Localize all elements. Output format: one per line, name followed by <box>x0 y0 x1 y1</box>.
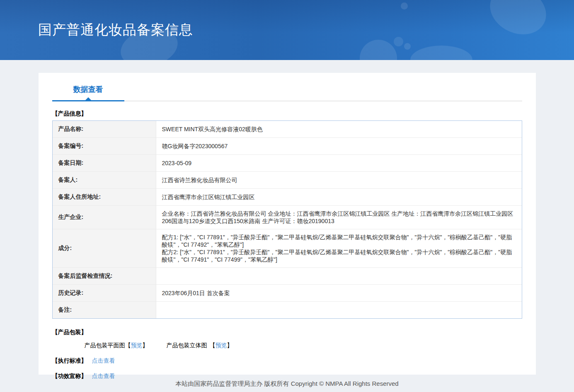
table-row-record-number: 备案编号: 赣G妆网备字2023000567 <box>53 138 522 155</box>
row-label: 生产企业: <box>53 206 156 229</box>
decorative-circle <box>360 40 397 60</box>
row-value: 2023-05-09 <box>156 155 522 171</box>
row-label: 备注: <box>53 302 156 318</box>
row-label: 产品名称: <box>53 121 156 137</box>
page-body: 数据查看 【产品信息】 产品名称: SWEET MINT双头高光修容液02暖肤色… <box>0 60 574 375</box>
table-row-product-name: 产品名称: SWEET MINT双头高光修容液02暖肤色 <box>53 121 522 138</box>
standard-section-title: 【执行标准】 <box>52 357 87 364</box>
row-value: SWEET MINT双头高光修容液02暖肤色 <box>156 121 522 137</box>
packaging-flat-item: 产品包装平面图【预览】 <box>85 342 148 349</box>
page-header-banner: 国产普通化妆品备案信息 <box>0 0 574 60</box>
table-row-manufacturer: 生产企业: 企业名称：江西省诗兰雅化妆品有限公司 企业地址：江西省鹰潭市余江区锦… <box>53 206 522 229</box>
row-value: 赣G妆网备字2023000567 <box>156 138 522 154</box>
table-row-ingredients: 成分: 配方1: ["水"，"CI 77891"，"异壬酸异壬酯"，"聚二甲基硅… <box>53 229 522 268</box>
row-label: 成分: <box>53 229 156 267</box>
decorative-dot <box>394 37 403 46</box>
decorative-blob <box>410 46 472 60</box>
row-label: 备案日期: <box>53 155 156 171</box>
packaging-section-title: 【产品包装】 <box>52 329 522 336</box>
packaging-flat-preview-link[interactable]: 预览 <box>131 342 143 349</box>
row-label: 备案编号: <box>53 138 156 154</box>
packaging-3d-label: 产品包装立体图 <box>166 342 207 349</box>
decorative-shape <box>482 0 554 43</box>
bracket-open: 【 <box>209 342 215 349</box>
row-value: 企业名称：江西省诗兰雅化妆品有限公司 企业地址：江西省鹰潭市余江区锦江镇工业园区… <box>156 206 522 229</box>
view-efficacy-link[interactable]: 点击查看 <box>92 373 115 379</box>
row-label: 备案人住所地址: <box>53 189 156 205</box>
product-info-section-title: 【产品信息】 <box>52 110 522 118</box>
decorative-dot <box>404 43 411 50</box>
tab-active-caret-icon <box>85 97 91 100</box>
row-value <box>156 302 522 318</box>
table-row-registrant-address: 备案人住所地址: 江西省鹰潭市余江区锦江镇工业园区 <box>53 189 522 206</box>
table-row-registrant: 备案人: 江西省诗兰雅化妆品有限公司 <box>53 172 522 189</box>
tab-data-view-label: 数据查看 <box>73 85 103 94</box>
tab-data-view[interactable]: 数据查看 <box>52 84 124 101</box>
table-row-history: 历史记录: 2023年06月01日 首次备案 <box>53 285 522 302</box>
table-row-supervision: 备案后监督检查情况: <box>53 268 522 285</box>
bracket-close: 】 <box>227 342 233 349</box>
page-title: 国产普通化妆品备案信息 <box>38 21 193 39</box>
view-standard-link[interactable]: 点击查看 <box>92 357 115 364</box>
product-info-table: 产品名称: SWEET MINT双头高光修容液02暖肤色 备案编号: 赣G妆网备… <box>52 120 522 319</box>
decorative-dot <box>401 2 408 10</box>
tab-bar: 数据查看 <box>52 73 522 101</box>
record-card: 数据查看 【产品信息】 产品名称: SWEET MINT双头高光修容液02暖肤色… <box>39 73 536 375</box>
efficacy-section-title: 【功效宣称】 <box>52 373 87 379</box>
table-row-remarks: 备注: <box>53 302 522 318</box>
row-value: 江西省鹰潭市余江区锦江镇工业园区 <box>156 189 522 205</box>
row-value: 2023年06月01日 首次备案 <box>156 285 522 301</box>
row-label: 备案后监督检查情况: <box>53 268 156 284</box>
table-row-record-date: 备案日期: 2023-05-09 <box>53 155 522 172</box>
row-value: 江西省诗兰雅化妆品有限公司 <box>156 172 522 188</box>
bracket-open: 【 <box>125 342 131 349</box>
packaging-links-row: 产品包装平面图【预览】 产品包装立体图【预览】 <box>85 342 522 349</box>
row-label: 备案人: <box>53 172 156 188</box>
row-label: 历史记录: <box>53 285 156 301</box>
standard-section: 【执行标准】点击查看 <box>52 357 522 365</box>
row-value <box>156 268 522 284</box>
row-value: 配方1: ["水"，"CI 77891"，"异壬酸异壬酯"，"聚二甲基硅氧烷/乙… <box>156 229 522 267</box>
packaging-3d-item: 产品包装立体图【预览】 <box>166 342 233 349</box>
packaging-3d-preview-link[interactable]: 预览 <box>215 342 227 349</box>
bracket-close: 】 <box>143 342 148 349</box>
packaging-flat-label: 产品包装平面图 <box>85 342 125 349</box>
